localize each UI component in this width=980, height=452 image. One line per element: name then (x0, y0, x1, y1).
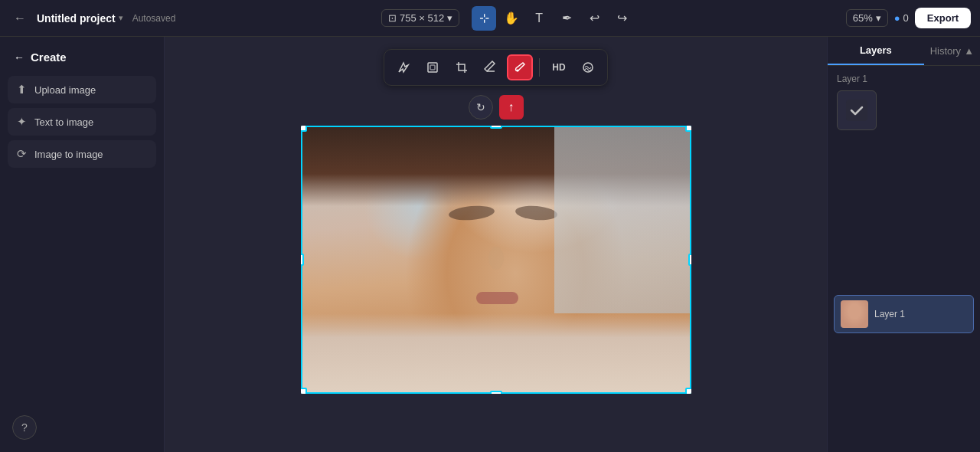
svg-rect-0 (428, 63, 437, 72)
dimensions-chevron-icon: ▾ (447, 12, 452, 24)
pen-tool-button[interactable]: ✒ (554, 6, 579, 31)
back-button[interactable]: ← (9, 8, 31, 29)
hd-label: HD (547, 62, 570, 73)
layer-spacer (828, 138, 980, 289)
brush-button[interactable] (507, 54, 533, 80)
right-panel: Layers History ▲ Layer 1 Layer 1 (827, 37, 980, 452)
project-title-area[interactable]: Untitled project ▾ (37, 12, 123, 25)
project-title: Untitled project (37, 12, 116, 25)
layer-1-face-preview (841, 300, 868, 328)
text-tool-button[interactable]: T (527, 6, 551, 31)
eraser-button[interactable] (478, 54, 504, 80)
create-back-icon: ← (14, 51, 24, 64)
sidebar-header-label: Create (31, 51, 67, 64)
crop-button[interactable] (449, 54, 475, 80)
dimensions-expand-icon: ⊡ (388, 12, 397, 24)
autosaved-label: Autosaved (132, 13, 176, 24)
tab-history[interactable]: History ▲ (924, 37, 980, 65)
canvas-area: HD ↻ ↑ (165, 37, 827, 452)
svg-point-2 (517, 70, 519, 72)
left-sidebar: ← Create ⬆ Upload image ✦ Text to image … (0, 37, 165, 452)
canvas-wrapper[interactable] (301, 126, 691, 394)
notifications-icon: ● (894, 12, 900, 24)
image-to-image-icon: ⟳ (17, 147, 27, 161)
zoom-value: 65% (853, 12, 873, 24)
frame-button[interactable] (420, 54, 446, 80)
sidebar-header: ← Create (8, 46, 156, 71)
layers-section: Layer 1 (828, 66, 980, 138)
layer-thumbnail-top[interactable] (837, 90, 877, 130)
history-tab-label: History (930, 45, 961, 57)
panel-tabs: Layers History ▲ (828, 37, 980, 66)
effects-button[interactable] (575, 54, 601, 80)
layer-1-name: Layer 1 (874, 309, 905, 319)
arrow-up-icon: ↑ (508, 100, 514, 114)
help-icon: ? (21, 421, 28, 434)
toolbar-divider (539, 58, 540, 77)
image-content (301, 126, 691, 394)
above-canvas-row: ↻ ↑ (469, 95, 524, 123)
layer-list: Layer 1 (828, 289, 980, 452)
upload-icon: ⬆ (17, 83, 27, 97)
export-button[interactable]: Export (915, 8, 971, 28)
notifications-count: 0 (903, 12, 909, 24)
layer-item-1[interactable]: Layer 1 (834, 295, 974, 333)
project-chevron-icon: ▾ (119, 13, 123, 23)
zoom-control[interactable]: 65% ▾ (846, 9, 888, 27)
main-area: ← Create ⬆ Upload image ✦ Text to image … (0, 37, 980, 452)
sidebar-item-image-label: Image to image (34, 149, 103, 160)
canvas-dimensions[interactable]: ⊡ 755 × 512 ▾ (381, 9, 459, 27)
layer-checkmark-icon (846, 100, 867, 121)
topbar-tools: ⊹ ✋ T ✒ ↩ ↪ (472, 6, 634, 31)
hd-button[interactable]: HD (546, 54, 572, 80)
sidebar-item-text-label: Text to image (34, 116, 93, 128)
magic-select-button[interactable] (390, 54, 416, 80)
hand-tool-button[interactable]: ✋ (499, 6, 524, 31)
text-to-image-icon: ✦ (17, 115, 27, 129)
zoom-chevron-icon: ▾ (876, 12, 881, 24)
history-chevron-icon: ▲ (964, 45, 974, 57)
dimensions-value: 755 × 512 (400, 12, 444, 24)
notifications-area[interactable]: ● 0 (894, 12, 909, 24)
sidebar-item-upload-image[interactable]: ⬆ Upload image (8, 76, 156, 103)
canvas-toolbar: HD (384, 49, 608, 86)
redo-button[interactable]: ↪ (609, 6, 634, 31)
canvas-image (301, 126, 691, 394)
sidebar-item-image-to-image[interactable]: ⟳ Image to image (8, 140, 156, 168)
select-tool-button[interactable]: ⊹ (472, 6, 496, 31)
layer-section-label: Layer 1 (837, 74, 971, 84)
refresh-icon: ↻ (476, 101, 485, 113)
undo-button[interactable]: ↩ (582, 6, 606, 31)
tab-layers[interactable]: Layers (828, 37, 924, 65)
layer-1-thumbnail (841, 300, 868, 328)
help-button[interactable]: ? (12, 415, 37, 440)
refresh-button[interactable]: ↻ (469, 95, 493, 120)
topbar: ← Untitled project ▾ Autosaved ⊡ 755 × 5… (0, 0, 980, 37)
sidebar-item-text-to-image[interactable]: ✦ Text to image (8, 108, 156, 136)
svg-rect-4 (846, 100, 867, 121)
svg-rect-1 (430, 65, 435, 70)
apply-button[interactable]: ↑ (499, 95, 524, 120)
sidebar-item-upload-label: Upload image (34, 84, 96, 96)
